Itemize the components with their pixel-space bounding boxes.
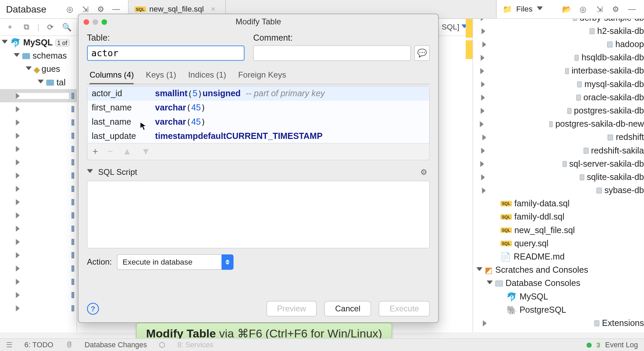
target-icon[interactable]: ◎ <box>64 3 76 15</box>
todo-icon: ☰ <box>6 340 13 350</box>
remove-column-button[interactable]: − <box>107 146 113 157</box>
sql-file-icon: SQL <box>135 6 146 12</box>
folder-item[interactable]: h2-sakila-db <box>473 24 644 38</box>
dialog-tabs: Columns (4) Keys (1) Indices (1) Foreign… <box>87 67 430 84</box>
move-down-button[interactable]: ▼ <box>141 146 150 157</box>
add-icon[interactable]: + <box>4 21 16 33</box>
sql-file-item[interactable]: SQLnew_sql_file.sql <box>473 224 644 237</box>
comment-input[interactable] <box>253 45 411 61</box>
select-stepper-icon[interactable] <box>222 254 234 270</box>
table-icon <box>72 225 74 231</box>
table-icon <box>72 146 74 152</box>
target-icon[interactable]: ◎ <box>577 3 589 15</box>
folder-item[interactable]: postgres-sakila-db-new <box>473 117 644 130</box>
table-icon <box>72 93 74 99</box>
tab-indices[interactable]: Indices (1) <box>188 67 226 84</box>
mysql-icon: 🐬 <box>506 291 517 302</box>
files-folder-icon: 📁 <box>503 4 512 14</box>
open-folder-icon[interactable]: 📂 <box>561 3 573 15</box>
chevron-down-icon[interactable] <box>87 169 93 175</box>
folder-item[interactable]: oracle-sakila-db <box>473 91 644 104</box>
folder-icon <box>594 320 599 326</box>
refresh-icon[interactable]: ⟳ <box>44 21 56 33</box>
services-icon: ⬡ <box>159 340 165 350</box>
folder-icon <box>22 53 30 59</box>
comment-expand-icon[interactable]: 💬 <box>414 45 430 61</box>
cancel-button[interactable]: Cancel <box>324 301 371 317</box>
table-icon <box>72 186 74 192</box>
column-row[interactable]: actor_idsmallint(5) unsigned -- part of … <box>87 86 429 101</box>
status-event-log[interactable]: Event Log <box>605 341 638 349</box>
action-select[interactable]: Execute in database <box>117 254 234 270</box>
folder-icon <box>46 79 54 85</box>
tree-tal-label: tal <box>57 78 66 87</box>
database-tree[interactable]: 🐬 MySQL 1 of schemas ◆gues tal <box>0 36 77 332</box>
status-db-changes[interactable]: Database Changes <box>85 341 147 349</box>
table-icon <box>72 292 74 298</box>
status-todo[interactable]: 6: TODO <box>24 341 53 349</box>
execute-button[interactable]: Execute <box>379 301 430 317</box>
schema-icon: ◆ <box>34 64 40 74</box>
comment-label: Comment: <box>253 33 430 43</box>
folder-item[interactable]: redshift-sakila <box>473 144 644 157</box>
console-mysql[interactable]: 🐬 MySQL <box>473 290 644 303</box>
folder-item[interactable]: redshift <box>473 131 644 144</box>
folder-item[interactable]: postgres-sakila-db <box>473 104 644 117</box>
folder-item[interactable]: sql-server-sakila-db <box>473 157 644 170</box>
files-tool-tab[interactable]: 📁 Files 📂 ◎ ⇲ ⚙ — <box>496 0 644 18</box>
table-icon <box>72 305 74 311</box>
tab-keys[interactable]: Keys (1) <box>146 67 176 84</box>
folder-item[interactable]: derby-sample-db <box>473 19 644 24</box>
sql-file-item[interactable]: SQLquery.sql <box>473 237 644 250</box>
tree-extensions[interactable]: Extensions <box>473 316 644 330</box>
collapse-icon[interactable]: ⇲ <box>593 3 605 15</box>
column-row[interactable]: last_updatetimestamp default CURRENT_TIM… <box>87 129 429 143</box>
gear-icon[interactable]: ⚙ <box>418 166 429 178</box>
filter-icon[interactable]: 🔍 <box>61 21 73 33</box>
column-row[interactable]: first_namevarchar(45) <box>87 101 429 115</box>
sql-file-item[interactable]: SQLfamily-data.sql <box>473 197 644 210</box>
database-icon: 🛢 <box>65 341 73 349</box>
table-icon <box>72 252 74 258</box>
files-tab-label: Files <box>516 5 532 14</box>
tree-root-label: MySQL <box>23 38 53 47</box>
dialog-title: Modify Table <box>78 17 438 27</box>
folder-item[interactable]: hsqldb-sakila-db <box>473 51 644 64</box>
move-up-button[interactable]: ▲ <box>122 146 132 157</box>
folder-item[interactable]: sybase-db <box>473 184 644 197</box>
table-name-label: Table: <box>87 33 245 43</box>
status-services[interactable]: 8: Services <box>177 341 213 349</box>
table-icon <box>72 132 74 139</box>
tree-scratches[interactable]: ◩ Scratches and Consoles <box>473 263 644 276</box>
postgres-icon: 🐘 <box>506 305 517 315</box>
action-label: Action: <box>87 257 112 267</box>
help-button[interactable]: ? <box>87 303 99 315</box>
file-readme[interactable]: 📄README.md <box>473 250 644 263</box>
table-icon <box>72 265 74 271</box>
tab-foreign-keys[interactable]: Foreign Keys <box>238 67 286 84</box>
folder-item[interactable]: sqlite-sakila-db <box>473 170 644 184</box>
gutter-markers <box>466 19 472 332</box>
folder-item[interactable]: hadoop <box>473 38 644 51</box>
console-postgresql[interactable]: 🐘 PostgreSQL <box>473 303 644 316</box>
table-name-input[interactable] <box>87 45 245 61</box>
files-panel[interactable]: derby-sample-dbh2-sakila-dbhadoophsqldb-… <box>472 19 644 332</box>
settings-icon[interactable]: ⚙ <box>610 3 622 15</box>
add-column-button[interactable]: + <box>93 146 98 157</box>
status-bar: ☰ 6: TODO 🛢 Database Changes ⬡ 8: Servic… <box>0 338 644 351</box>
duplicate-icon[interactable]: ⧉ <box>21 21 32 33</box>
column-row[interactable]: last_namevarchar(45) <box>87 115 429 129</box>
preview-button[interactable]: Preview <box>266 301 317 317</box>
folder-item[interactable]: interbase-sakila-db <box>473 64 644 78</box>
table-icon <box>72 278 74 285</box>
tree-db-consoles[interactable]: Database Consoles <box>473 277 644 290</box>
tree-root-badge: 1 of <box>55 39 69 46</box>
table-icon <box>72 159 74 165</box>
columns-list[interactable]: actor_idsmallint(5) unsigned -- part of … <box>87 86 430 160</box>
event-indicator-icon <box>586 343 591 348</box>
sql-script-textarea[interactable] <box>87 181 430 248</box>
minimize-icon[interactable]: — <box>626 3 638 15</box>
tab-columns[interactable]: Columns (4) <box>89 67 134 84</box>
sql-file-item[interactable]: SQLfamily-ddl.sql <box>473 210 644 224</box>
folder-item[interactable]: mysql-sakila-db <box>473 78 644 91</box>
